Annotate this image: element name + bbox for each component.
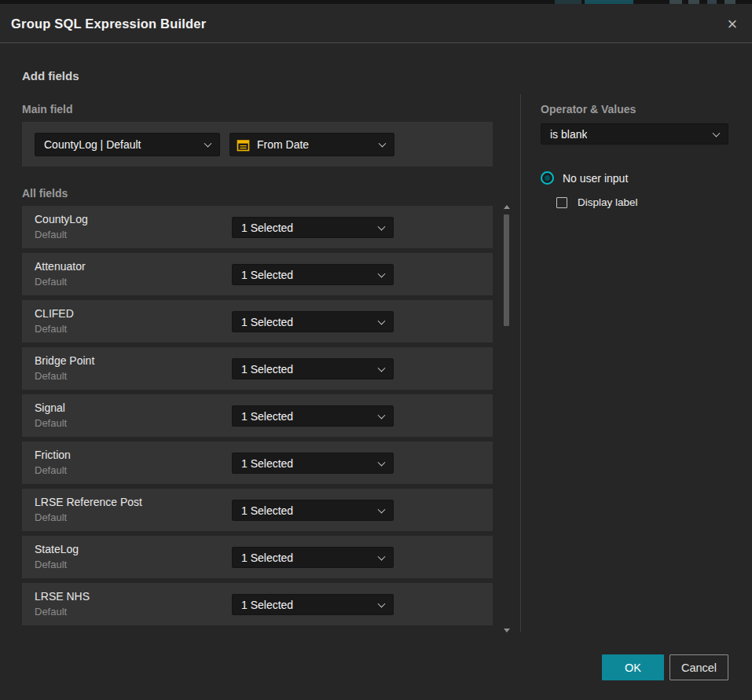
field-subtitle: Default <box>35 606 67 618</box>
no-user-input-label: No user input <box>563 172 628 185</box>
field-subtitle: Default <box>35 276 67 288</box>
field-selected-dropdown-value: 1 Selected <box>241 269 293 281</box>
group-sql-expression-builder-dialog: Group SQL Expression Builder × Add field… <box>0 4 752 700</box>
field-selected-dropdown[interactable]: 1 Selected <box>232 500 394 521</box>
operator-dropdown-value: is blank <box>550 128 587 141</box>
field-subtitle: Default <box>35 417 67 429</box>
field-name: CountyLog <box>35 213 88 225</box>
field-selected-dropdown-value: 1 Selected <box>241 599 293 611</box>
field-name: LRSE Reference Post <box>35 496 142 508</box>
field-name: LRSE NHS <box>35 590 90 603</box>
field-name: Attenuator <box>35 260 86 273</box>
field-name: StateLog <box>35 543 79 555</box>
field-selected-dropdown[interactable]: 1 Selected <box>232 594 394 615</box>
main-field-panel: CountyLog | Default From Date <box>22 122 493 167</box>
field-subtitle: Default <box>35 370 67 382</box>
main-field-label: Main field <box>22 103 73 115</box>
operator-values-label: Operator & Values <box>541 103 636 115</box>
cancel-button[interactable]: Cancel <box>669 654 728 680</box>
main-layer-dropdown[interactable]: CountyLog | Default <box>35 133 220 156</box>
scrollbar-down-arrow-icon[interactable] <box>504 629 510 632</box>
calendar-icon <box>237 138 250 152</box>
chevron-down-icon <box>204 140 212 148</box>
chevron-down-icon <box>378 599 386 607</box>
field-row: StateLog Default 1 Selected <box>22 536 493 578</box>
dialog-header: Group SQL Expression Builder × <box>0 4 752 43</box>
field-selected-dropdown-value: 1 Selected <box>241 410 293 423</box>
main-field-dropdown-value: From Date <box>257 138 309 151</box>
field-name: Friction <box>35 449 71 461</box>
operator-dropdown[interactable]: is blank <box>541 123 728 145</box>
add-fields-heading: Add fields <box>22 69 79 82</box>
all-fields-label: All fields <box>22 187 68 200</box>
all-fields-list: CountyLog Default 1 Selected Attenuator … <box>22 206 493 630</box>
chevron-down-icon <box>378 222 386 230</box>
scrollbar-up-arrow-icon[interactable] <box>504 205 510 209</box>
field-row: Friction Default 1 Selected <box>22 442 493 484</box>
radio-selected-icon <box>541 171 554 185</box>
field-name: CLIFED <box>35 307 74 320</box>
field-selected-dropdown-value: 1 Selected <box>241 552 293 564</box>
field-selected-dropdown[interactable]: 1 Selected <box>232 311 394 332</box>
chevron-down-icon <box>378 411 386 419</box>
dialog-title: Group SQL Expression Builder <box>11 4 206 43</box>
list-scrollbar[interactable] <box>503 203 511 635</box>
field-selected-dropdown-value: 1 Selected <box>241 222 293 234</box>
scrollbar-thumb[interactable] <box>504 214 509 326</box>
close-icon[interactable]: × <box>722 14 743 35</box>
field-row: Attenuator Default 1 Selected <box>22 253 493 295</box>
field-row: LRSE Reference Post Default 1 Selected <box>22 489 493 531</box>
field-selected-dropdown-value: 1 Selected <box>241 363 293 376</box>
field-subtitle: Default <box>35 559 67 570</box>
field-selected-dropdown[interactable]: 1 Selected <box>232 217 394 238</box>
field-row: Bridge Point Default 1 Selected <box>22 347 493 390</box>
chevron-down-icon <box>378 552 386 560</box>
field-selected-dropdown[interactable]: 1 Selected <box>232 358 394 379</box>
ok-button[interactable]: OK <box>602 654 664 680</box>
chevron-down-icon <box>378 317 386 324</box>
main-layer-dropdown-value: CountyLog | Default <box>44 138 141 151</box>
chevron-down-icon <box>713 129 721 137</box>
field-row: CLIFED Default 1 Selected <box>22 300 493 343</box>
field-name: Bridge Point <box>35 354 94 367</box>
field-selected-dropdown-value: 1 Selected <box>241 316 293 328</box>
field-row: Signal Default 1 Selected <box>22 394 493 437</box>
chevron-down-icon <box>378 364 386 372</box>
field-selected-dropdown-value: 1 Selected <box>241 504 293 517</box>
field-selected-dropdown[interactable]: 1 Selected <box>232 547 394 568</box>
column-divider <box>520 94 521 632</box>
field-selected-dropdown[interactable]: 1 Selected <box>232 264 394 285</box>
field-selected-dropdown-value: 1 Selected <box>241 457 293 470</box>
field-name: Signal <box>35 401 65 414</box>
field-selected-dropdown[interactable]: 1 Selected <box>232 405 394 427</box>
no-user-input-radio[interactable]: No user input <box>541 171 628 185</box>
main-field-dropdown[interactable]: From Date <box>229 133 394 156</box>
field-row: CountyLog Default 1 Selected <box>22 206 493 248</box>
field-subtitle: Default <box>35 511 67 523</box>
field-subtitle: Default <box>35 323 67 335</box>
field-subtitle: Default <box>35 464 67 476</box>
chevron-down-icon <box>378 505 386 513</box>
chevron-down-icon <box>378 269 386 277</box>
chevron-down-icon <box>379 140 387 148</box>
field-selected-dropdown[interactable]: 1 Selected <box>232 453 394 474</box>
checkbox-unchecked-icon <box>556 197 567 208</box>
field-subtitle: Default <box>35 229 67 240</box>
display-label-label: Display label <box>578 196 638 208</box>
display-label-checkbox[interactable]: Display label <box>556 196 638 208</box>
field-row: LRSE NHS Default 1 Selected <box>22 583 493 625</box>
chevron-down-icon <box>378 458 386 466</box>
